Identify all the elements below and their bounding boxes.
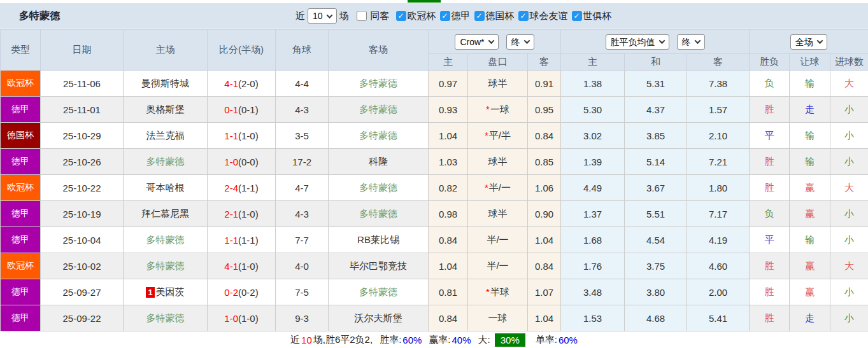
away-team[interactable]: 多特蒙德 bbox=[329, 175, 429, 201]
avg-home-cell: 3.02 bbox=[561, 123, 625, 149]
league-checkbox[interactable] bbox=[440, 11, 450, 21]
footer-single-rate-label: 单率: bbox=[536, 334, 557, 346]
table-row: 欧冠杯 25-10-22 哥本哈根 2-4(1-1) 4-7 多特蒙德 0.82… bbox=[1, 175, 868, 201]
league-checkbox[interactable] bbox=[518, 11, 529, 21]
league-badge: 欧冠杯 bbox=[1, 71, 41, 97]
same-away-checkbox[interactable] bbox=[357, 11, 367, 21]
odds-company-select[interactable]: Crow* bbox=[455, 34, 498, 50]
avg-away-cell: 1.57 bbox=[687, 97, 750, 123]
league-checkbox[interactable] bbox=[396, 11, 406, 21]
odds-time-select[interactable]: 终 bbox=[506, 34, 534, 50]
away-team[interactable]: 多特蒙德 bbox=[329, 123, 429, 149]
rank-badge: 1 bbox=[146, 287, 154, 298]
match-date: 25-09-27 bbox=[41, 279, 124, 305]
handicap-cell: *一球 bbox=[468, 97, 528, 123]
result-wdl-cell: 平 bbox=[750, 227, 790, 253]
odds-time-value: 终 bbox=[511, 36, 520, 48]
fulltime-score: 2-4 bbox=[224, 183, 238, 193]
league-filter-label: 德国杯 bbox=[486, 10, 515, 22]
avg-time-value: 终 bbox=[682, 36, 691, 48]
away-team[interactable]: 多特蒙德 bbox=[329, 97, 429, 123]
away-team-name: 多特蒙德 bbox=[359, 208, 397, 219]
home-team-name: 曼彻斯特城 bbox=[141, 78, 189, 88]
home-team-name: 多特蒙德 bbox=[146, 260, 185, 271]
avg-draw-cell: 4.54 bbox=[625, 227, 687, 253]
halftime-score: (1-0) bbox=[238, 313, 259, 324]
handicap-text: 球半 bbox=[488, 78, 508, 88]
odds-away-cell: 0.95 bbox=[528, 97, 561, 123]
odds-home-cell: 0.98 bbox=[429, 201, 468, 227]
home-team[interactable]: 多特蒙德 bbox=[124, 149, 208, 175]
handicap-cell: *半球 bbox=[468, 279, 528, 305]
home-team[interactable]: 法兰克福 bbox=[124, 123, 208, 149]
result-handicap-cell: 走 bbox=[790, 305, 830, 331]
footer-big-label: 大: bbox=[478, 334, 490, 346]
avg-time-select[interactable]: 终 bbox=[677, 34, 705, 50]
avg-type-select[interactable]: 胜平负均值 bbox=[606, 34, 669, 50]
handicap-text: 球半 bbox=[488, 208, 508, 219]
result-wdl-cell: 胜 bbox=[750, 149, 790, 175]
home-team-name: 多特蒙德 bbox=[146, 234, 185, 245]
halftime-score: (0-1) bbox=[238, 104, 259, 115]
handicap-cell: *半/一 bbox=[468, 227, 528, 253]
handicap-text: 半球 bbox=[490, 286, 509, 297]
result-handicap-cell: 输 bbox=[790, 149, 830, 175]
avg-draw-cell: 5.31 bbox=[625, 71, 687, 97]
match-date: 25-10-02 bbox=[41, 253, 124, 279]
odds-away-cell: 1.04 bbox=[528, 227, 561, 253]
home-team-name: 美因茨 bbox=[156, 286, 185, 297]
col-header-result-goals: 进球数 bbox=[830, 54, 868, 71]
fulltime-score: 4-1 bbox=[224, 78, 238, 89]
avg-away-cell: 7.21 bbox=[687, 149, 750, 175]
avg-away-cell: 5.41 bbox=[687, 305, 750, 331]
home-team[interactable]: 曼彻斯特城 bbox=[124, 71, 208, 97]
away-team[interactable]: 多特蒙德 bbox=[329, 279, 429, 305]
league-badge: 德国杯 bbox=[1, 123, 41, 149]
recent-count-select[interactable]: 10 bbox=[308, 8, 337, 24]
home-team[interactable]: 奥格斯堡 bbox=[124, 97, 208, 123]
away-team-name: 多特蒙德 bbox=[359, 130, 397, 141]
league-badge: 德甲 bbox=[1, 227, 41, 253]
filter-bar: 近 10 场 同客 欧冠杯 德甲 德国杯 球会友谊 世俱杯 bbox=[293, 3, 612, 29]
result-goals-cell: 小 bbox=[830, 123, 868, 149]
away-team[interactable]: 沃尔夫斯堡 bbox=[329, 305, 429, 331]
league-filter-label: 球会友谊 bbox=[530, 10, 568, 22]
league-checkbox[interactable] bbox=[474, 11, 485, 21]
home-team[interactable]: 多特蒙德 bbox=[124, 305, 208, 331]
away-team[interactable]: 多特蒙德 bbox=[329, 201, 429, 227]
home-team-name: 法兰克福 bbox=[146, 130, 185, 141]
handicap-star: * bbox=[485, 182, 488, 193]
odds-home-cell: 0.93 bbox=[429, 97, 468, 123]
away-team-name: RB莱比锡 bbox=[357, 234, 399, 245]
chevron-down-icon bbox=[488, 38, 494, 44]
away-team[interactable]: 毕尔巴鄂竞技 bbox=[329, 253, 429, 279]
avg-away-cell: 1.80 bbox=[687, 175, 750, 201]
home-team[interactable]: 1美因茨 bbox=[124, 279, 208, 305]
handicap-text: 半/一 bbox=[487, 260, 508, 271]
handicap-text: 半/一 bbox=[489, 182, 511, 193]
league-badge: 欧冠杯 bbox=[1, 253, 41, 279]
odds-away-cell: 1.06 bbox=[528, 175, 561, 201]
period-select[interactable]: 全场 bbox=[790, 34, 827, 50]
avg-home-cell: 1.53 bbox=[561, 305, 625, 331]
home-team[interactable]: 多特蒙德 bbox=[124, 253, 208, 279]
away-team-name: 毕尔巴鄂竞技 bbox=[350, 260, 407, 271]
result-goals-cell: 大 bbox=[830, 175, 868, 201]
league-checkbox[interactable] bbox=[572, 11, 582, 21]
score-cell: 4-1(1-0) bbox=[208, 253, 276, 279]
avg-home-cell: 1.68 bbox=[561, 227, 625, 253]
home-team[interactable]: 拜仁慕尼黑 bbox=[124, 201, 208, 227]
odds-away-cell: 1.07 bbox=[528, 279, 561, 305]
away-team[interactable]: RB莱比锡 bbox=[329, 227, 429, 253]
match-date: 25-10-22 bbox=[41, 175, 124, 201]
home-team[interactable]: 多特蒙德 bbox=[124, 227, 208, 253]
away-team[interactable]: 多特蒙德 bbox=[329, 71, 429, 97]
handicap-cell: *半/一 bbox=[468, 175, 528, 201]
corners-cell: 4-7 bbox=[276, 175, 329, 201]
col-header-type: 类型 bbox=[1, 30, 41, 71]
avg-draw-cell: 3.80 bbox=[625, 279, 687, 305]
col-header-avg-draw: 和 bbox=[625, 54, 687, 71]
home-team[interactable]: 哥本哈根 bbox=[124, 175, 208, 201]
away-team[interactable]: 科隆 bbox=[329, 149, 429, 175]
result-handicap-cell: 输 bbox=[790, 227, 830, 253]
